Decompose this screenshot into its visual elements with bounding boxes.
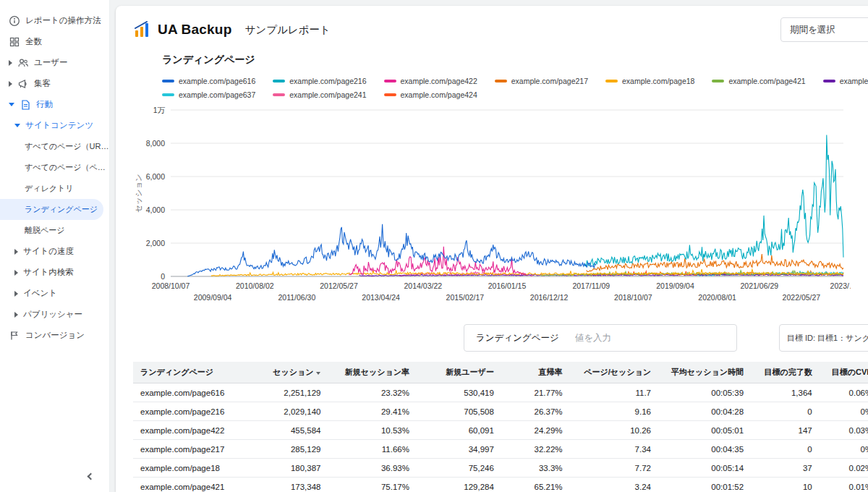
- series-color-swatch: [605, 80, 618, 82]
- svg-text:6,000: 6,000: [146, 172, 165, 181]
- sidebar-item-label: すべてのページ（URL）: [25, 141, 109, 152]
- series-label: example.com/page421: [728, 77, 805, 85]
- sidebar-item-behavior[interactable]: 行動: [0, 94, 109, 115]
- svg-text:2021/06/29: 2021/06/29: [741, 281, 779, 290]
- sidebar-item-label: 全数: [25, 36, 42, 47]
- main-area: UA Backup サンプルレポート 期間を選択 ランディングページ examp…: [110, 0, 868, 492]
- legend-item[interactable]: example.com/page616: [162, 77, 255, 85]
- sidebar-item-publisher[interactable]: パブリッシャー: [0, 304, 109, 325]
- sidebar-item-acquisition[interactable]: 集客: [0, 73, 109, 94]
- series-label: example.com/page18: [622, 77, 694, 85]
- cell-landing-page: example.com/page616: [133, 383, 255, 402]
- series-label: example.com/page422: [401, 77, 477, 85]
- sidebar-item-label: レポートの操作方法: [25, 15, 101, 26]
- sidebar-item-label: 行動: [36, 99, 53, 110]
- sidebar-item-label: イベント: [23, 288, 57, 299]
- column-header-goal-cvr[interactable]: 目標のCVR: [820, 362, 868, 383]
- svg-text:1万: 1万: [153, 106, 166, 114]
- svg-text:2016/01/15: 2016/01/15: [488, 281, 527, 290]
- sidebar-item-totals[interactable]: 全数: [0, 31, 109, 52]
- legend-item[interactable]: example.com/page421: [712, 77, 805, 85]
- svg-text:2009/09/04: 2009/09/04: [194, 293, 232, 302]
- series-color-swatch: [273, 93, 285, 96]
- sidebar-item-exit-pages[interactable]: 離脱ページ: [0, 220, 109, 241]
- landing-page-filter[interactable]: ランディングページ: [464, 324, 737, 352]
- report-title: サンプルレポート: [244, 23, 330, 37]
- sidebar-item-users[interactable]: ユーザー: [0, 52, 109, 73]
- chevron-right-icon: [14, 249, 18, 255]
- table-row[interactable]: example.com/page18180,38736.93%75,24633.…: [133, 459, 868, 478]
- series-color-swatch: [712, 80, 724, 82]
- column-header-sessions[interactable]: セッション: [255, 362, 328, 383]
- sidebar: レポートの操作方法 全数 ユーザー 集客 行動 サイトコンテンツ すべてのページ…: [0, 0, 110, 492]
- column-header-bounce-rate[interactable]: 直帰率: [501, 362, 570, 383]
- series-color-swatch: [384, 80, 396, 82]
- sidebar-item-all-pages-page[interactable]: すべてのページ（ペー...: [0, 157, 109, 178]
- cell-landing-page: example.com/page217: [133, 440, 255, 459]
- legend-item[interactable]: example.com/page18: [605, 77, 694, 85]
- sidebar-item-report-help[interactable]: レポートの操作方法: [0, 10, 109, 31]
- series-color-swatch: [162, 80, 174, 82]
- goal-select[interactable]: 目標 ID: 目標1：サンクスページ閲覧: [779, 324, 868, 352]
- report-card: UA Backup サンプルレポート 期間を選択 ランディングページ examp…: [116, 6, 868, 492]
- column-header-new-session-rate[interactable]: 新規セッション率: [328, 362, 416, 383]
- series-color-swatch: [273, 80, 285, 82]
- period-select[interactable]: 期間を選択: [780, 17, 868, 42]
- svg-text:2017/11/09: 2017/11/09: [572, 281, 610, 290]
- legend-item[interactable]: example.com/page217: [495, 77, 588, 85]
- svg-text:8,000: 8,000: [146, 139, 165, 148]
- sidebar-item-events[interactable]: イベント: [0, 283, 109, 304]
- legend-item[interactable]: example.com/page842: [823, 77, 868, 85]
- table-row[interactable]: example.com/page6162,251,12923.32%530,41…: [133, 383, 868, 402]
- sidebar-item-site-speed[interactable]: サイトの速度: [0, 241, 109, 262]
- legend-item[interactable]: example.com/page241: [273, 90, 366, 99]
- filter-label: ランディングページ: [476, 332, 559, 344]
- sidebar-item-site-content[interactable]: サイトコンテンツ: [0, 115, 109, 136]
- sort-desc-icon: [316, 372, 320, 375]
- svg-text:0: 0: [161, 272, 165, 281]
- table-row[interactable]: example.com/page2162,029,14029.41%705,50…: [133, 402, 868, 421]
- column-header-pages-per-session[interactable]: ページ/セッション: [570, 362, 658, 383]
- svg-text:2016/12/12: 2016/12/12: [530, 293, 569, 302]
- series-label: example.com/page217: [511, 77, 588, 85]
- column-header-new-users[interactable]: 新規ユーザー: [417, 362, 501, 383]
- table-header-row: ランディングページ セッション 新規セッション率 新規ユーザー 直帰率 ページ/…: [133, 362, 868, 383]
- info-icon: [9, 15, 20, 27]
- svg-text:2015/02/17: 2015/02/17: [446, 293, 485, 302]
- cell-landing-page: example.com/page216: [133, 402, 255, 421]
- sidebar-item-label: サイト内検索: [23, 267, 74, 278]
- brand: UA Backup: [133, 20, 231, 39]
- column-header-goal-completions[interactable]: 目標の完了数: [751, 362, 820, 383]
- sidebar-item-landing-pages[interactable]: ランディングページ: [0, 199, 103, 220]
- sessions-chart[interactable]: 02,0004,0006,0008,0001万2008/10/072009/09…: [133, 104, 868, 317]
- legend-item[interactable]: example.com/page216: [273, 77, 366, 85]
- column-header-avg-session-duration[interactable]: 平均セッション時間: [658, 362, 751, 383]
- grid-icon: [9, 36, 20, 48]
- column-header-landing-page[interactable]: ランディングページ: [133, 362, 255, 383]
- series-color-swatch: [384, 93, 396, 96]
- sidebar-item-label: ディレクトリ: [25, 183, 74, 194]
- legend-item[interactable]: example.com/page424: [384, 90, 477, 99]
- table-row[interactable]: example.com/page217285,12911.66%34,99732…: [133, 440, 868, 459]
- series-color-swatch: [823, 80, 835, 82]
- users-icon: [17, 57, 29, 69]
- sidebar-collapse-button[interactable]: [82, 467, 99, 485]
- flag-icon: [9, 330, 20, 342]
- sidebar-item-label: ランディングページ: [25, 204, 98, 215]
- legend-item[interactable]: example.com/page422: [384, 77, 477, 85]
- table-row[interactable]: example.com/page421173,34875.17%129,2846…: [133, 478, 868, 492]
- sidebar-item-label: 離脱ページ: [25, 225, 65, 236]
- goal-select-value: 目標 ID: 目標1：サンクスページ閲覧: [787, 333, 868, 344]
- filter-value-input[interactable]: [575, 333, 725, 343]
- cell-landing-page: example.com/page18: [133, 459, 255, 478]
- sidebar-item-directory[interactable]: ディレクトリ: [0, 178, 109, 199]
- page-title: ランディングページ: [162, 54, 868, 67]
- svg-text:2,000: 2,000: [146, 239, 165, 247]
- table-row[interactable]: example.com/page422455,58410.53%60,09124…: [133, 421, 868, 440]
- sidebar-item-conversions[interactable]: コンバージョン: [0, 325, 109, 346]
- legend-item[interactable]: example.com/page637: [162, 90, 255, 99]
- sidebar-item-site-search[interactable]: サイト内検索: [0, 262, 109, 283]
- sidebar-item-label: すべてのページ（ペー...: [25, 162, 109, 173]
- series-label: example.com/page616: [179, 77, 255, 85]
- sidebar-item-all-pages-url[interactable]: すべてのページ（URL）: [0, 136, 109, 157]
